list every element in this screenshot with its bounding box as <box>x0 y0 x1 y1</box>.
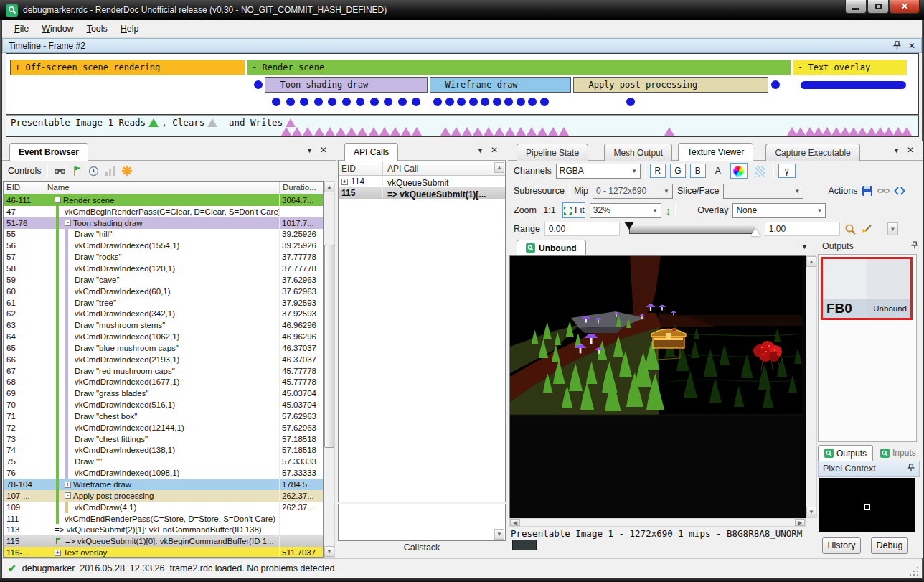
event-row-60[interactable]: 60vkCmdDrawIndexed(60,1)37.62963 <box>4 286 323 297</box>
save-icon[interactable] <box>862 185 873 197</box>
event-row-72[interactable]: 72vkCmdDrawIndexed(12144,1)57.62963 <box>4 422 323 433</box>
timeline-bar[interactable]: + Off-screen scene rendering <box>10 60 245 75</box>
blue-channel-button[interactable]: B <box>690 164 706 178</box>
event-row-56[interactable]: 56vkCmdDrawIndexed(1554,1)39.25926 <box>4 240 323 251</box>
green-channel-button[interactable]: G <box>670 164 686 178</box>
tab-unbound-texture[interactable]: Unbound <box>517 240 586 255</box>
event-row-73[interactable]: 73Draw "chest fittings"57.18518 <box>4 433 323 445</box>
scroll-right-icon[interactable]: ▶ <box>795 519 805 526</box>
event-row-57[interactable]: 57Draw "rocks"37.77778 <box>4 251 323 263</box>
range-black-marker[interactable] <box>624 222 634 230</box>
history-button[interactable]: History <box>822 537 861 554</box>
collapse-icon[interactable]: - <box>65 220 71 226</box>
event-row-111[interactable]: 111vkCmdEndRenderPass(C=Store, D=Store, … <box>4 513 323 525</box>
zoom-fit-button[interactable]: Fit <box>562 202 585 218</box>
panel-menu-icon[interactable]: ▼ <box>306 147 313 154</box>
scroll-down-icon[interactable]: ▼ <box>806 507 816 517</box>
menu-item-help[interactable]: Help <box>114 22 146 36</box>
event-row-71[interactable]: 71Draw "chest box"57.62963 <box>4 410 323 422</box>
event-row-74[interactable]: 74vkCmdDrawIndexed(138,1)57.18518 <box>4 445 323 456</box>
texture-display[interactable] <box>509 255 806 518</box>
event-row-61[interactable]: 61Draw "tree"37.92593 <box>4 297 323 309</box>
histogram-wand-icon[interactable] <box>861 223 873 235</box>
open-in-shader-icon[interactable] <box>894 186 905 196</box>
pin-icon[interactable] <box>908 464 915 472</box>
menu-item-tools[interactable]: Tools <box>80 22 114 36</box>
event-row-63[interactable]: 63Draw "mushroom stems"46.96296 <box>4 319 323 331</box>
panel-menu-icon[interactable]: ▼ <box>477 147 484 154</box>
tab-capture-executable[interactable]: Capture Executable <box>765 144 859 161</box>
scroll-up-icon[interactable]: ▲ <box>494 162 504 173</box>
collapse-icon[interactable]: - <box>65 492 71 499</box>
stats-icon[interactable] <box>105 166 116 177</box>
event-row-75[interactable]: 75Draw ""57.33333 <box>4 456 323 467</box>
expand-icon[interactable]: + <box>55 550 61 556</box>
slice-face-select[interactable]: ▼ <box>723 184 803 199</box>
event-row-69[interactable]: 69Draw "grass blades"45.03704 <box>4 388 323 399</box>
find-icon[interactable] <box>54 166 66 177</box>
scroll-down-icon[interactable]: ▼ <box>494 529 504 540</box>
red-channel-button[interactable]: R <box>650 164 666 178</box>
menu-item-file[interactable]: File <box>8 22 35 36</box>
channels-select[interactable]: RGBA▼ <box>556 164 641 179</box>
event-row-51-76[interactable]: 51-76-Toon shading draw1017.7... <box>4 217 323 229</box>
panel-close-icon[interactable]: ✕ <box>907 145 914 155</box>
event-row-47[interactable]: 47vkCmdBeginRenderPass(C=Clear, D=Clear,… <box>4 206 323 217</box>
panel-menu-icon[interactable]: ▼ <box>893 147 900 154</box>
close-button[interactable]: ✕ <box>890 0 920 14</box>
event-row-109[interactable]: 109vkCmdDraw(4,1)262.37... <box>4 502 323 513</box>
event-row-67[interactable]: 67Draw "red mushroom caps"45.77778 <box>4 365 323 377</box>
range-slider[interactable] <box>624 222 760 235</box>
link-icon[interactable] <box>877 186 890 196</box>
range-max-input[interactable]: 1.00 <box>765 222 840 236</box>
range-slider-bar[interactable] <box>629 225 755 234</box>
event-row-64[interactable]: 64vkCmdDrawIndexed(1062,1)46.96296 <box>4 331 323 342</box>
timeline-bar[interactable]: - Apply post processing <box>573 77 768 93</box>
scroll-left-icon[interactable]: ◀ <box>510 519 520 526</box>
menu-item-window[interactable]: Window <box>35 22 80 36</box>
maximize-button[interactable] <box>867 0 889 14</box>
event-row-59[interactable]: 59Draw "cave"37.62963 <box>4 274 323 286</box>
callstack-list[interactable]: ▼ <box>338 504 506 541</box>
debug-button[interactable]: Debug <box>871 537 908 554</box>
event-row-46-111[interactable]: 46-111-Render scene3064.7... <box>4 194 323 206</box>
tab-api-calls[interactable]: API Calls <box>344 143 398 161</box>
resize-grip[interactable] <box>910 566 919 576</box>
tab-inputs[interactable]: Inputs <box>874 445 922 461</box>
event-table-header[interactable]: EID Name Duratio... <box>4 182 323 194</box>
panel-close-icon[interactable]: ✕ <box>491 145 498 155</box>
event-row-113[interactable]: 113=> vkQueueSubmit(2)[1]: vkEndCommandB… <box>4 524 323 535</box>
timeline-graph[interactable]: + Off-screen scene rendering- Render sce… <box>6 53 919 115</box>
overlay-select[interactable]: None▼ <box>732 203 826 218</box>
api-table-header[interactable]: EID API Call <box>339 161 505 176</box>
alpha-channel-button[interactable]: A <box>710 164 726 178</box>
pixel-context-view[interactable] <box>819 478 915 532</box>
tab-texture-viewer[interactable]: Texture Viewer <box>678 143 753 161</box>
timeline-close-icon[interactable]: ✕ <box>908 41 915 51</box>
tab-pipeline-state[interactable]: Pipeline State <box>517 144 588 161</box>
flip-y-icon[interactable]: ↕ <box>666 205 671 217</box>
event-row-115[interactable]: 115=> vkQueueSubmit(1)[0]: vkBeginComman… <box>4 535 323 547</box>
tab-event-browser[interactable]: Event Browser <box>9 143 88 161</box>
event-row-62[interactable]: 62vkCmdDrawIndexed(342,1)37.92593 <box>4 308 323 319</box>
api-call-row-115[interactable]: 115=> vkQueueSubmit(1)[... <box>339 187 505 199</box>
scroll-down-icon[interactable]: ▼ <box>324 546 334 557</box>
autofit-magnifier-icon[interactable] <box>844 223 857 235</box>
event-row-107-...[interactable]: 107-...-Apply post processing262.37... <box>4 490 323 502</box>
bookmark-flag-icon[interactable] <box>72 166 82 177</box>
event-row-55[interactable]: 55Draw "hill"39.25926 <box>4 229 323 240</box>
fb0-thumbnail[interactable]: FB0 Unbound <box>821 257 913 320</box>
event-row-78-104[interactable]: 78-104+Wireframe draw1784.5... <box>4 479 323 490</box>
event-row-76[interactable]: 76vkCmdDrawIndexed(1098,1)57.33333 <box>4 467 323 479</box>
range-min-input[interactable]: 0.00 <box>544 222 620 236</box>
time-draws-icon[interactable] <box>88 166 99 177</box>
tab-mesh-output[interactable]: Mesh Output <box>604 144 672 161</box>
event-row-116-...[interactable]: 116-...+Text overlay511.7037 <box>4 547 323 557</box>
event-browser-scrollbar[interactable]: ▲ ▼ <box>324 181 335 558</box>
alpha-background-button[interactable] <box>752 163 769 179</box>
scroll-up-icon[interactable]: ▲ <box>324 182 334 192</box>
api-call-row-114[interactable]: +114vkQueueSubmit <box>339 176 505 187</box>
pin-icon[interactable] <box>911 241 918 250</box>
timeline-bar[interactable]: - Wireframe draw <box>430 77 571 93</box>
scroll-up-icon[interactable]: ▲ <box>806 256 816 267</box>
